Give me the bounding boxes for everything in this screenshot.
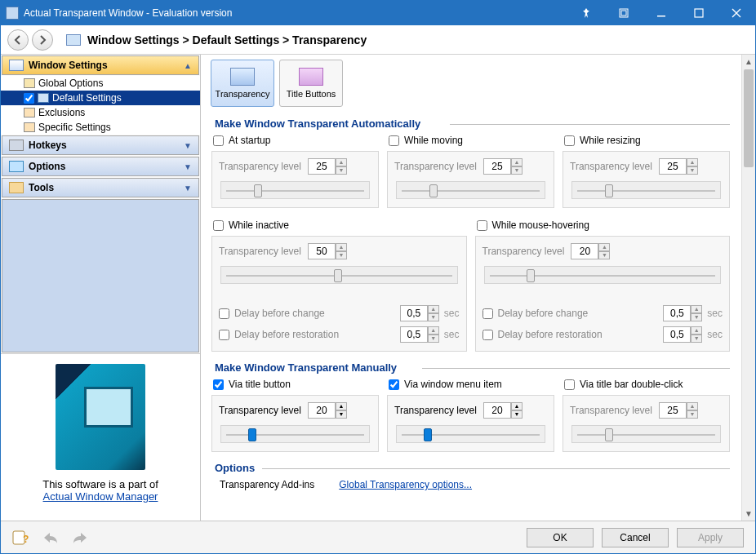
ok-button[interactable]: OK [527, 528, 594, 547]
sidebar-section-options[interactable]: Options ▼ [2, 157, 199, 176]
level-input[interactable] [308, 158, 336, 175]
sidebar-section-tools[interactable]: Tools ▼ [2, 178, 199, 197]
checkbox-input[interactable] [389, 379, 399, 390]
close-button[interactable] [718, 1, 755, 25]
checkbox-input[interactable] [213, 135, 224, 146]
spin-down-icon[interactable]: ▼ [511, 166, 523, 175]
level-slider[interactable] [220, 266, 458, 284]
forward-button[interactable] [32, 29, 53, 51]
level-slider[interactable] [220, 425, 370, 443]
cancel-button[interactable]: Cancel [602, 528, 669, 547]
level-spinner[interactable]: ▲▼ [659, 158, 698, 175]
spin-down-icon[interactable]: ▼ [691, 335, 702, 343]
spin-down-icon[interactable]: ▼ [428, 313, 439, 321]
spin-down-icon[interactable]: ▼ [687, 410, 698, 419]
spin-down-icon[interactable]: ▼ [691, 313, 702, 321]
maximize-button[interactable] [680, 1, 718, 25]
spin-up-icon[interactable]: ▲ [687, 158, 698, 166]
spin-up-icon[interactable]: ▲ [336, 158, 347, 166]
delay-spinner[interactable]: ▲▼ [400, 305, 439, 321]
delay-input[interactable] [663, 326, 691, 343]
checkbox-at-startup[interactable]: At startup [213, 135, 377, 146]
spin-down-icon[interactable]: ▼ [336, 410, 347, 419]
level-slider[interactable] [396, 425, 545, 443]
level-slider[interactable] [220, 181, 370, 199]
checkbox-via-double-click[interactable]: Via title bar double-click [564, 379, 728, 390]
tree-item-exclusions[interactable]: Exclusions [1, 105, 200, 120]
spin-up-icon[interactable]: ▲ [687, 402, 698, 410]
checkbox-input[interactable] [213, 220, 224, 231]
scrollbar-thumb[interactable] [744, 69, 754, 167]
delay-input[interactable] [400, 326, 428, 343]
level-slider[interactable] [571, 181, 721, 199]
tree-item-default-settings[interactable]: Default Settings [1, 91, 200, 105]
level-input[interactable] [659, 158, 687, 175]
vertical-scrollbar[interactable]: ▲ ▼ [741, 55, 755, 521]
scroll-up-icon[interactable]: ▲ [742, 55, 755, 69]
spin-down-icon[interactable]: ▼ [511, 410, 523, 419]
delay-spinner[interactable]: ▲▼ [663, 305, 702, 321]
level-slider[interactable] [484, 266, 722, 284]
redo-icon[interactable] [71, 529, 89, 547]
spin-up-icon[interactable]: ▲ [511, 402, 523, 410]
delay-input[interactable] [663, 305, 691, 321]
spin-down-icon[interactable]: ▼ [598, 251, 610, 259]
level-input[interactable] [659, 402, 687, 419]
undo-icon[interactable] [42, 529, 60, 547]
level-spinner[interactable]: ▲▼ [483, 158, 523, 175]
spin-up-icon[interactable]: ▲ [428, 305, 439, 313]
level-spinner[interactable]: ▲▼ [483, 402, 523, 419]
checkbox-input[interactable] [213, 379, 224, 390]
global-transparency-link[interactable]: Global Transparency options... [339, 479, 472, 490]
checkbox-input[interactable] [564, 135, 575, 146]
apply-button[interactable]: Apply [677, 528, 744, 547]
spin-up-icon[interactable]: ▲ [336, 243, 347, 251]
level-spinner[interactable]: ▲▼ [308, 402, 347, 419]
delay-input[interactable] [400, 305, 428, 321]
tree-item-checkbox[interactable] [24, 93, 34, 104]
spin-up-icon[interactable]: ▲ [511, 158, 523, 166]
scroll-down-icon[interactable]: ▼ [742, 507, 755, 521]
checkbox-while-inactive[interactable]: While inactive [213, 219, 465, 231]
spin-up-icon[interactable]: ▲ [691, 305, 702, 313]
spin-up-icon[interactable]: ▲ [428, 326, 439, 335]
level-spinner[interactable]: ▲▼ [659, 402, 698, 419]
spin-down-icon[interactable]: ▼ [428, 335, 439, 343]
spin-up-icon[interactable]: ▲ [691, 326, 702, 335]
level-input[interactable] [483, 158, 511, 175]
delay-change-checkbox[interactable] [483, 308, 493, 319]
checkbox-via-menu-item[interactable]: Via window menu item [389, 379, 553, 390]
tree-item-global-options[interactable]: Global Options [1, 76, 200, 91]
level-spinner[interactable]: ▲▼ [571, 243, 610, 259]
delay-spinner[interactable]: ▲▼ [400, 326, 439, 343]
delay-spinner[interactable]: ▲▼ [663, 326, 702, 343]
spin-down-icon[interactable]: ▼ [687, 166, 698, 175]
sidebar-section-hotkeys[interactable]: Hotkeys ▼ [2, 135, 199, 155]
minimize-button[interactable] [643, 1, 680, 25]
checkbox-input[interactable] [564, 379, 575, 390]
level-input[interactable] [308, 243, 336, 259]
sidebar-section-window-settings[interactable]: Window Settings ▲ [2, 55, 199, 75]
level-input[interactable] [571, 243, 598, 259]
tab-title-buttons[interactable]: Title Buttons [279, 60, 343, 107]
checkbox-via-title-button[interactable]: Via title button [213, 379, 377, 390]
spin-up-icon[interactable]: ▲ [598, 243, 610, 251]
level-input[interactable] [483, 402, 511, 419]
spin-down-icon[interactable]: ▼ [336, 251, 347, 259]
back-button[interactable] [7, 29, 29, 51]
checkbox-while-hovering[interactable]: While mouse-hovering [477, 219, 729, 231]
spin-down-icon[interactable]: ▼ [336, 166, 347, 175]
promo-link[interactable]: Actual Window Manager [43, 490, 158, 503]
delay-change-checkbox[interactable] [219, 308, 229, 319]
checkbox-while-resizing[interactable]: While resizing [564, 135, 728, 146]
spin-up-icon[interactable]: ▲ [336, 402, 347, 410]
delay-restore-checkbox[interactable] [219, 330, 229, 340]
pin-icon[interactable] [567, 1, 605, 25]
tab-transparency[interactable]: Transparency [211, 60, 274, 107]
tree-item-specific-settings[interactable]: Specific Settings [1, 120, 200, 135]
level-spinner[interactable]: ▲▼ [308, 243, 347, 259]
checkbox-while-moving[interactable]: While moving [389, 135, 553, 146]
checkbox-input[interactable] [389, 135, 399, 146]
level-slider[interactable] [571, 425, 721, 443]
extra-icon[interactable] [605, 1, 643, 25]
